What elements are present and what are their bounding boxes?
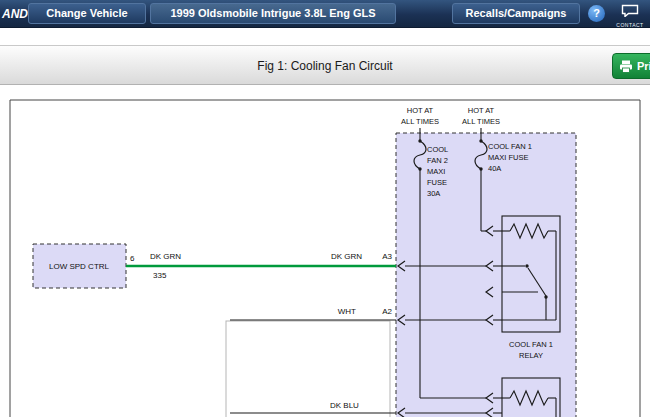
svg-text:FAN 2: FAN 2 xyxy=(427,156,448,165)
figure-toolbar: Fig 1: Cooling Fan Circuit Print xyxy=(0,45,650,85)
terminal-a3-label: A3 xyxy=(382,252,392,261)
spacer-bar xyxy=(0,28,650,45)
svg-text:ALL TIMES: ALL TIMES xyxy=(401,117,439,126)
svg-text:40A: 40A xyxy=(488,164,501,173)
dk-blu-label: DK BLU xyxy=(330,401,359,410)
figure-title: Fig 1: Cooling Fan Circuit xyxy=(0,59,650,73)
cool-fan-2-fuse-label: COOL xyxy=(427,145,448,154)
top-nav-bar: AND Change Vehicle 1999 Oldsmobile Intri… xyxy=(0,0,650,28)
low-spd-ctrl-label: LOW SPD CTRL xyxy=(49,262,110,271)
svg-text:RELAY: RELAY xyxy=(519,351,543,360)
cool-fan-1-relay-label: COOL FAN 1 xyxy=(509,340,553,349)
recalls-campaigns-button[interactable]: Recalls/Campaigns xyxy=(452,3,580,24)
svg-text:MAXI: MAXI xyxy=(427,167,445,176)
print-button[interactable]: Print xyxy=(612,53,650,79)
logo-fragment: AND xyxy=(2,7,28,21)
pin-6-label: 6 xyxy=(130,254,135,263)
wiring-diagram-canvas: HOT AT ALL TIMES HOT AT ALL TIMES COOL F… xyxy=(0,85,650,417)
relay-switch-pivot-dot xyxy=(525,264,528,267)
svg-text:30A: 30A xyxy=(427,189,440,198)
terminal-a2-label: A2 xyxy=(382,307,392,316)
dk-grn-label-left: DK GRN xyxy=(150,252,181,261)
svg-text:FUSE: FUSE xyxy=(427,178,447,187)
print-button-label: Print xyxy=(637,60,650,72)
help-icon[interactable]: ? xyxy=(588,5,605,22)
hot-at-label-1: HOT AT xyxy=(407,106,434,115)
component-outline-box xyxy=(226,321,390,417)
fuse-relay-block-box xyxy=(396,133,576,417)
cool-fan-1-fuse-label: COOL FAN 1 xyxy=(488,142,532,151)
cooling-fan-circuit-diagram: HOT AT ALL TIMES HOT AT ALL TIMES COOL F… xyxy=(0,85,650,417)
hot-at-label-2: HOT AT xyxy=(468,106,495,115)
relay-switch-contact-dot xyxy=(544,295,547,298)
dk-grn-label-right: DK GRN xyxy=(331,252,362,261)
svg-text:MAXI FUSE: MAXI FUSE xyxy=(488,153,528,162)
contact-button[interactable]: CONTACT xyxy=(611,3,649,28)
vehicle-title-tab[interactable]: 1999 Oldsmobile Intrigue 3.8L Eng GLS xyxy=(150,3,396,24)
change-vehicle-button[interactable]: Change Vehicle xyxy=(28,3,146,24)
svg-text:ALL TIMES: ALL TIMES xyxy=(462,117,500,126)
wht-label: WHT xyxy=(338,307,356,316)
circuit-335-label: 335 xyxy=(153,271,167,280)
printer-icon xyxy=(619,60,633,73)
chat-bubble-icon xyxy=(621,4,639,17)
